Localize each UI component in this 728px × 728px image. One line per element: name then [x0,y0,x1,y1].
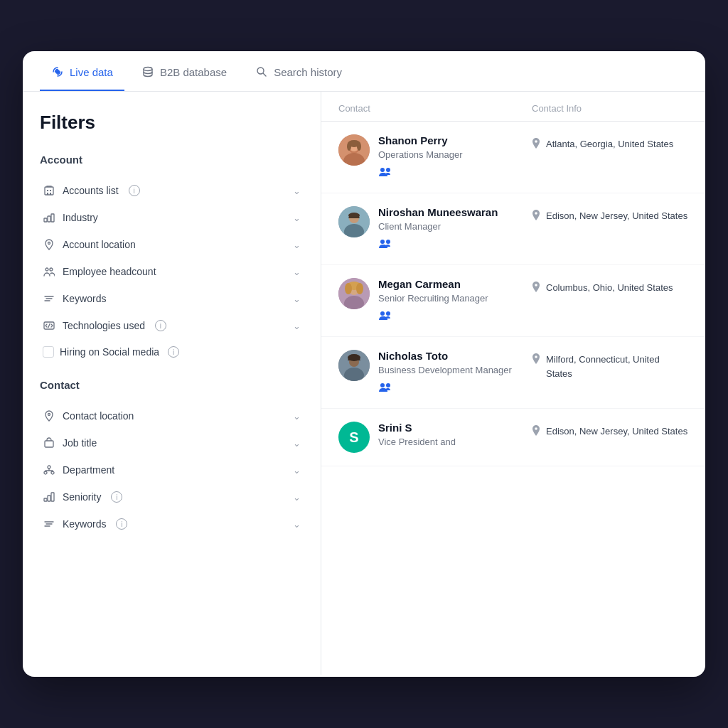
svg-rect-3 [45,187,53,195]
contact-name-3: Megan Carmean [378,278,488,290]
filter-accounts-list[interactable]: Accounts list i ⌄ [40,177,304,204]
seniority-icon [43,491,55,503]
filter-department[interactable]: Department ⌄ [40,456,304,483]
filter-keywords-account[interactable]: Keywords ⌄ [40,285,304,312]
filter-keywords-contact[interactable]: Keywords i ⌄ [40,510,304,537]
svg-point-12 [46,268,48,271]
database-icon [141,65,154,78]
hiring-social-info-icon[interactable]: i [168,346,179,358]
svg-rect-5 [50,190,51,191]
svg-point-13 [50,268,53,271]
svg-point-18 [48,414,50,416]
tab-search-history[interactable]: Search history [244,51,353,91]
contact-row: Shanon Perry Operations Manager [321,122,705,193]
location-pin-4 [532,353,540,366]
svg-point-53 [386,311,390,316]
filter-industry[interactable]: Industry ⌄ [40,204,304,231]
keywords-contact-chevron: ⌄ [293,519,301,530]
content-area: Contact Contact Info [321,92,705,675]
accounts-list-info-icon[interactable]: i [129,185,140,196]
svg-point-61 [535,355,537,358]
contact-row: Niroshan Muneeswaran Client Manager [321,193,705,265]
seniority-info-icon[interactable]: i [111,491,122,503]
location-pin-1 [532,138,540,151]
svg-rect-10 [51,214,54,222]
svg-rect-23 [44,498,47,501]
location-text-1: Atlanta, Georgia, United States [546,137,673,151]
location-pin-2 [532,210,540,223]
svg-point-62 [535,427,537,430]
contact-name-2: Niroshan Muneeswaran [378,206,498,218]
svg-point-11 [48,242,50,245]
avatar-shanon [338,134,370,166]
contact-social-2[interactable] [378,237,498,252]
contact-row: Nicholas Toto Business Development Manag… [321,337,705,409]
tech-icon [43,319,55,332]
svg-point-60 [386,383,390,387]
contact-name-5: Srini S [378,422,456,434]
svg-rect-25 [51,493,54,501]
svg-point-2 [257,68,264,74]
location-text-2: Edison, New Jersey, United States [546,209,687,223]
keywords-contact-icon [43,518,55,530]
main-layout: Filters Account Accou [23,92,705,675]
filter-contact-location-label: Contact location [63,410,134,422]
tab-b2b-database[interactable]: B2B database [130,51,238,91]
tab-live-data-label: Live data [70,66,113,78]
technologies-info-icon[interactable]: i [155,320,166,331]
svg-rect-9 [48,216,50,222]
svg-point-43 [380,240,385,244]
contact-title-2: Client Manager [378,221,498,232]
filter-contact-location[interactable]: Contact location ⌄ [40,402,304,429]
svg-point-54 [535,284,537,287]
contact-location-chevron: ⌄ [293,411,301,422]
location-text-5: Edison, New Jersey, United States [546,424,687,439]
svg-point-51 [356,283,363,294]
contact-social-1[interactable] [378,166,463,180]
svg-point-45 [535,212,537,215]
department-chevron: ⌄ [293,465,301,476]
svg-rect-19 [45,441,53,447]
contact-name-1: Shanon Perry [378,134,463,146]
filter-accounts-list-label: Accounts list [63,185,119,196]
svg-point-38 [535,140,537,143]
contact-social-3[interactable] [378,309,488,323]
avatar-niroshan [338,206,370,237]
hiring-social-checkbox[interactable] [43,346,54,358]
svg-point-36 [380,168,385,172]
app-container: Live data B2B database Search history [23,51,705,677]
account-section-title: Account [40,154,304,166]
svg-point-37 [386,168,390,172]
filter-department-label: Department [63,464,114,476]
keywords-account-chevron: ⌄ [293,294,301,304]
filter-hiring-social[interactable]: Hiring on Social media i [40,339,304,365]
filter-job-title[interactable]: Job title ⌄ [40,429,304,456]
filter-account-location-label: Account location [63,239,136,250]
filter-account-location[interactable]: Account location ⌄ [40,231,304,258]
briefcase-icon [43,437,55,449]
keywords-contact-info-icon[interactable]: i [116,518,127,530]
col-contact-header: Contact [338,103,532,114]
tab-live-data[interactable]: Live data [40,51,124,91]
svg-point-1 [144,68,152,71]
tab-b2b-label: B2B database [160,66,227,78]
svg-rect-4 [47,190,48,191]
filter-seniority[interactable]: Seniority i ⌄ [40,483,304,510]
svg-point-35 [357,142,361,151]
filter-technologies-used[interactable]: Technologies used i ⌄ [40,312,304,339]
filter-employee-headcount[interactable]: Employee headcount ⌄ [40,258,304,285]
contact-social-4[interactable] [378,381,512,395]
avatar-nicholas [338,350,370,381]
accounts-list-chevron: ⌄ [293,186,301,196]
svg-rect-6 [47,193,48,195]
sidebar: Filters Account Accou [23,92,321,675]
contact-title-1: Operations Manager [378,149,463,160]
industry-icon [43,211,55,224]
svg-point-59 [380,383,385,387]
headcount-icon [43,265,55,278]
location-text-3: Columbus, Ohio, United States [546,281,673,295]
filter-keywords-contact-label: Keywords [63,518,106,530]
filter-seniority-label: Seniority [63,491,101,503]
svg-rect-7 [50,193,51,195]
location-pin-5 [532,425,540,438]
